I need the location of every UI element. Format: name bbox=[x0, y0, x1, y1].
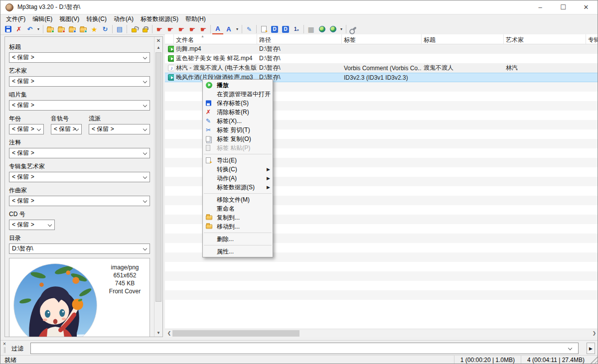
undo-dropdown-caret-icon[interactable]: ▾ bbox=[35, 27, 41, 31]
web-dropdown-caret-icon[interactable]: ▾ bbox=[338, 27, 344, 31]
options-wrench-icon[interactable] bbox=[348, 24, 359, 34]
cover-art-box[interactable]: image/png 651x652 745 KB Front Cover bbox=[9, 258, 150, 337]
context-item-edit-tag[interactable]: ✎标签(X)... bbox=[203, 117, 273, 125]
scrollbar-thumb[interactable] bbox=[155, 52, 161, 302]
case-dropdown-caret-icon[interactable]: ▾ bbox=[234, 27, 240, 31]
menu-tag-sources[interactable]: 标签数据源(S) bbox=[137, 14, 182, 24]
context-item-cut-tag[interactable]: ✂标签 剪切(T) bbox=[203, 125, 273, 134]
context-item-export[interactable]: 导出(E) bbox=[203, 156, 273, 165]
table-row[interactable]: 街舞.mp4 D:\暂存\ bbox=[165, 44, 598, 54]
scrollbar-thumb[interactable] bbox=[172, 330, 299, 337]
artist-combo[interactable]: < 保留 > bbox=[9, 76, 150, 87]
refresh-icon[interactable]: ↻ bbox=[100, 24, 111, 34]
menu-separator bbox=[204, 193, 272, 194]
filter-close-icon[interactable]: × bbox=[3, 341, 6, 347]
column-title[interactable]: 标题 bbox=[422, 34, 504, 44]
tag-panel-close-icon[interactable]: ✕ bbox=[154, 37, 162, 44]
case-conversion-icon[interactable]: A bbox=[212, 24, 223, 34]
chevron-down-icon bbox=[143, 127, 147, 131]
scroll-up-icon[interactable]: ▲ bbox=[154, 44, 162, 51]
column-album[interactable]: 专辑 bbox=[586, 34, 598, 44]
toolbar-separator bbox=[346, 25, 346, 33]
quick-action-5-hand-icon[interactable]: ☛ bbox=[198, 24, 209, 34]
convert-filename-tag-icon[interactable]: D bbox=[280, 24, 291, 34]
quick-action-1-hand-icon[interactable]: ☛ bbox=[154, 24, 165, 34]
context-item-tag-sources[interactable]: 标签数据源(S)▶ bbox=[203, 183, 273, 192]
menu-bar: 文件(F) 编辑(E) 视图(V) 转换(C) 动作(A) 标签数据源(S) 帮… bbox=[0, 14, 598, 24]
import-directory-icon[interactable] bbox=[56, 24, 67, 34]
refresh-directory-icon[interactable] bbox=[78, 24, 89, 34]
comment-combo[interactable]: < 保留 > bbox=[9, 148, 150, 158]
album-artist-combo[interactable]: < 保留 > bbox=[9, 172, 150, 182]
table-row[interactable]: 蓝色裙子美女 唯美 鲜花.mp4 D:\暂存\ bbox=[165, 54, 598, 63]
context-item-open-in-explorer[interactable]: 在资源管理器中打开 bbox=[203, 90, 273, 99]
menu-view[interactable]: 视图(V) bbox=[56, 14, 83, 24]
column-artist[interactable]: 艺术家 bbox=[504, 34, 586, 44]
context-item-remove-tag[interactable]: ✗清除标签(R) bbox=[203, 108, 273, 117]
export-icon[interactable] bbox=[258, 24, 269, 34]
menu-convert[interactable]: 转换(C) bbox=[83, 14, 110, 24]
context-item-move-to[interactable]: 移动到... bbox=[203, 222, 273, 231]
web-source-icon[interactable] bbox=[316, 24, 327, 34]
album-combo[interactable]: < 保留 > bbox=[9, 100, 150, 111]
case-conversion-alt-icon[interactable]: A bbox=[223, 24, 234, 34]
padlock-closed-icon[interactable] bbox=[140, 24, 150, 34]
save-directory-icon[interactable] bbox=[67, 24, 78, 34]
filter-drag-handle[interactable] bbox=[4, 347, 5, 353]
column-filename[interactable]: 文件名 bbox=[174, 34, 257, 44]
context-item-delete[interactable]: 删除... bbox=[203, 235, 273, 243]
filter-input[interactable] bbox=[30, 343, 579, 354]
menu-actions[interactable]: 动作(A) bbox=[110, 14, 137, 24]
save-tag-icon[interactable] bbox=[2, 24, 13, 34]
context-item-copy-tag[interactable]: 标签 复制(O) bbox=[203, 134, 273, 143]
edit-tag-icon[interactable]: ✎ bbox=[244, 24, 255, 34]
undo-icon[interactable]: ↶ bbox=[24, 24, 35, 34]
minimize-button[interactable]: – bbox=[529, 0, 552, 14]
resize-grip[interactable] bbox=[591, 356, 598, 364]
title-combo[interactable]: < 保留 > bbox=[9, 52, 150, 63]
context-item-rename[interactable]: 重命名 bbox=[203, 204, 273, 213]
context-item-remove-file[interactable]: 移除文件(M) bbox=[203, 195, 273, 204]
maximize-button[interactable]: ☐ bbox=[552, 0, 575, 14]
scroll-right-icon[interactable]: ❯ bbox=[590, 329, 598, 337]
year-combo[interactable]: < 保留 > bbox=[9, 124, 44, 134]
playlist-icon[interactable]: ▤ bbox=[114, 24, 125, 34]
menu-file[interactable]: 文件(F) bbox=[2, 14, 29, 24]
auto-numbering-icon[interactable]: 1₂ bbox=[291, 24, 302, 34]
column-icon[interactable] bbox=[165, 34, 174, 44]
favorite-directory-icon[interactable]: ★ bbox=[89, 24, 100, 34]
genre-combo[interactable]: < 保留 > bbox=[89, 124, 150, 134]
quick-action-3-hand-icon[interactable]: ☛ bbox=[176, 24, 187, 34]
context-item-play[interactable]: 播放 bbox=[203, 81, 273, 90]
cell-path: D:\暂存\ bbox=[257, 63, 342, 73]
remove-tag-icon[interactable]: ✗ bbox=[13, 24, 24, 34]
quick-action-4-hand-icon[interactable]: ☛ bbox=[187, 24, 198, 34]
column-path[interactable]: 路径 bbox=[257, 34, 342, 44]
web-source-alt-icon[interactable] bbox=[327, 24, 338, 34]
disc-combo[interactable]: < 保留 > bbox=[9, 220, 55, 230]
quick-action-2-hand-icon[interactable]: ☛ bbox=[165, 24, 176, 34]
context-item-convert[interactable]: 转换(C)▶ bbox=[203, 165, 273, 174]
menu-edit[interactable]: 编辑(E) bbox=[29, 14, 56, 24]
context-item-actions[interactable]: 动作(A)▶ bbox=[203, 174, 273, 183]
column-tag[interactable]: 标签 bbox=[342, 34, 422, 44]
horizontal-scrollbar[interactable]: ❮ ❯ bbox=[165, 329, 598, 337]
context-item-copy-to[interactable]: 复制到... bbox=[203, 213, 273, 222]
context-menu: 播放 在资源管理器中打开 保存标签(S) ✗清除标签(R) ✎标签(X)... … bbox=[202, 79, 273, 257]
scroll-down-icon[interactable]: ▼ bbox=[154, 329, 162, 337]
track-combo[interactable]: < 保留 > bbox=[51, 124, 82, 134]
table-row[interactable]: ♪ 林汽 - 渡鬼不渡人 (电子木鱼版... D:\暂存\ Vorbis Com… bbox=[165, 63, 598, 73]
close-button[interactable]: ✕ bbox=[575, 0, 598, 14]
directory-combo[interactable]: D:\暂存\ bbox=[9, 243, 150, 254]
menu-help[interactable]: 帮助(H) bbox=[182, 14, 209, 24]
filter-apply-button[interactable]: ▶ bbox=[587, 343, 595, 354]
chevron-down-icon bbox=[37, 127, 41, 131]
change-directory-icon[interactable] bbox=[45, 24, 56, 34]
chevron-down-icon bbox=[143, 103, 147, 107]
context-item-save-tag[interactable]: 保存标签(S) bbox=[203, 99, 273, 108]
convert-tag-filename-icon[interactable]: D bbox=[269, 24, 280, 34]
context-item-properties[interactable]: 属性... bbox=[203, 247, 273, 256]
composer-combo[interactable]: < 保留 > bbox=[9, 196, 150, 206]
padlock-open-icon[interactable] bbox=[129, 24, 140, 34]
tag-panel-scrollbar[interactable]: ✕ ▲ ▼ bbox=[154, 37, 162, 337]
